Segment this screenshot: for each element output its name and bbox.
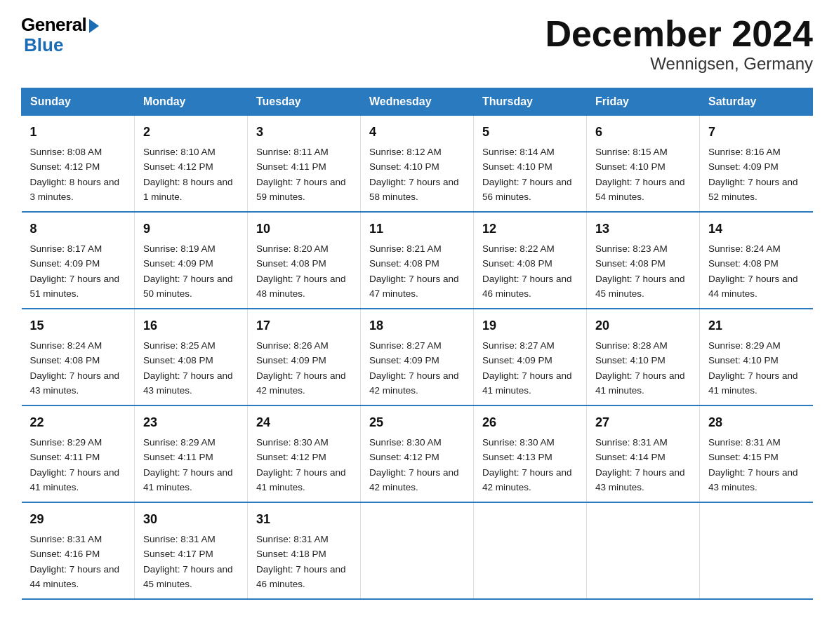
header-friday: Friday bbox=[587, 88, 700, 116]
day-number: 22 bbox=[30, 413, 126, 432]
day-number: 21 bbox=[708, 316, 805, 335]
day-number: 18 bbox=[369, 316, 465, 335]
day-number: 25 bbox=[369, 413, 465, 432]
header-saturday: Saturday bbox=[700, 88, 813, 116]
day-info: Sunrise: 8:24 AMSunset: 4:08 PMDaylight:… bbox=[708, 243, 798, 299]
table-row bbox=[474, 502, 587, 599]
table-row: 2 Sunrise: 8:10 AMSunset: 4:12 PMDayligh… bbox=[135, 116, 248, 213]
calendar-title: December 2024 bbox=[545, 14, 813, 54]
day-number: 12 bbox=[482, 220, 578, 239]
day-number: 11 bbox=[369, 220, 465, 239]
day-info: Sunrise: 8:08 AMSunset: 4:12 PMDaylight:… bbox=[30, 147, 120, 202]
table-row: 1 Sunrise: 8:08 AMSunset: 4:12 PMDayligh… bbox=[22, 116, 135, 213]
day-number: 6 bbox=[595, 123, 691, 142]
day-number: 14 bbox=[708, 220, 805, 239]
day-number: 29 bbox=[30, 510, 126, 529]
day-info: Sunrise: 8:20 AMSunset: 4:08 PMDaylight:… bbox=[256, 243, 346, 299]
table-row bbox=[361, 502, 474, 599]
day-number: 23 bbox=[143, 413, 239, 432]
day-number: 17 bbox=[256, 316, 352, 335]
page-header: General Blue December 2024 Wennigsen, Ge… bbox=[21, 14, 813, 74]
day-number: 19 bbox=[482, 316, 578, 335]
day-number: 5 bbox=[482, 123, 578, 142]
day-info: Sunrise: 8:27 AMSunset: 4:09 PMDaylight:… bbox=[482, 340, 572, 396]
table-row: 29 Sunrise: 8:31 AMSunset: 4:16 PMDaylig… bbox=[22, 502, 135, 599]
logo-blue-text: Blue bbox=[21, 34, 63, 56]
calendar-week-row: 8 Sunrise: 8:17 AMSunset: 4:09 PMDayligh… bbox=[22, 212, 813, 309]
logo: General Blue bbox=[21, 14, 99, 56]
header-tuesday: Tuesday bbox=[248, 88, 361, 116]
day-info: Sunrise: 8:21 AMSunset: 4:08 PMDaylight:… bbox=[369, 243, 459, 299]
logo-arrow-icon bbox=[89, 19, 99, 33]
table-row: 13 Sunrise: 8:23 AMSunset: 4:08 PMDaylig… bbox=[587, 212, 700, 309]
table-row: 28 Sunrise: 8:31 AMSunset: 4:15 PMDaylig… bbox=[700, 405, 813, 502]
day-info: Sunrise: 8:15 AMSunset: 4:10 PMDaylight:… bbox=[595, 147, 685, 202]
day-info: Sunrise: 8:26 AMSunset: 4:09 PMDaylight:… bbox=[256, 340, 346, 396]
day-number: 1 bbox=[30, 123, 126, 142]
table-row: 8 Sunrise: 8:17 AMSunset: 4:09 PMDayligh… bbox=[22, 212, 135, 309]
day-number: 30 bbox=[143, 510, 239, 529]
table-row: 30 Sunrise: 8:31 AMSunset: 4:17 PMDaylig… bbox=[135, 502, 248, 599]
day-info: Sunrise: 8:12 AMSunset: 4:10 PMDaylight:… bbox=[369, 147, 459, 202]
day-info: Sunrise: 8:10 AMSunset: 4:12 PMDaylight:… bbox=[143, 147, 233, 202]
calendar-week-row: 22 Sunrise: 8:29 AMSunset: 4:11 PMDaylig… bbox=[22, 405, 813, 502]
day-number: 24 bbox=[256, 413, 352, 432]
table-row: 22 Sunrise: 8:29 AMSunset: 4:11 PMDaylig… bbox=[22, 405, 135, 502]
day-number: 7 bbox=[708, 123, 805, 142]
day-info: Sunrise: 8:25 AMSunset: 4:08 PMDaylight:… bbox=[143, 340, 233, 396]
day-info: Sunrise: 8:14 AMSunset: 4:10 PMDaylight:… bbox=[482, 147, 572, 202]
day-number: 2 bbox=[143, 123, 239, 142]
day-info: Sunrise: 8:30 AMSunset: 4:12 PMDaylight:… bbox=[256, 437, 346, 492]
table-row bbox=[700, 502, 813, 599]
table-row: 3 Sunrise: 8:11 AMSunset: 4:11 PMDayligh… bbox=[248, 116, 361, 213]
day-number: 10 bbox=[256, 220, 352, 239]
calendar-table: Sunday Monday Tuesday Wednesday Thursday… bbox=[21, 88, 813, 600]
day-number: 16 bbox=[143, 316, 239, 335]
table-row: 6 Sunrise: 8:15 AMSunset: 4:10 PMDayligh… bbox=[587, 116, 700, 213]
day-number: 4 bbox=[369, 123, 465, 142]
day-info: Sunrise: 8:27 AMSunset: 4:09 PMDaylight:… bbox=[369, 340, 459, 396]
day-info: Sunrise: 8:11 AMSunset: 4:11 PMDaylight:… bbox=[256, 147, 346, 202]
day-info: Sunrise: 8:29 AMSunset: 4:11 PMDaylight:… bbox=[30, 437, 120, 492]
table-row: 31 Sunrise: 8:31 AMSunset: 4:18 PMDaylig… bbox=[248, 502, 361, 599]
day-number: 31 bbox=[256, 510, 352, 529]
table-row: 26 Sunrise: 8:30 AMSunset: 4:13 PMDaylig… bbox=[474, 405, 587, 502]
table-row: 5 Sunrise: 8:14 AMSunset: 4:10 PMDayligh… bbox=[474, 116, 587, 213]
day-info: Sunrise: 8:29 AMSunset: 4:11 PMDaylight:… bbox=[143, 437, 233, 492]
day-info: Sunrise: 8:31 AMSunset: 4:15 PMDaylight:… bbox=[708, 437, 798, 492]
day-number: 13 bbox=[595, 220, 691, 239]
table-row: 11 Sunrise: 8:21 AMSunset: 4:08 PMDaylig… bbox=[361, 212, 474, 309]
table-row: 4 Sunrise: 8:12 AMSunset: 4:10 PMDayligh… bbox=[361, 116, 474, 213]
table-row: 9 Sunrise: 8:19 AMSunset: 4:09 PMDayligh… bbox=[135, 212, 248, 309]
table-row: 16 Sunrise: 8:25 AMSunset: 4:08 PMDaylig… bbox=[135, 309, 248, 405]
day-number: 15 bbox=[30, 316, 126, 335]
day-info: Sunrise: 8:29 AMSunset: 4:10 PMDaylight:… bbox=[708, 340, 798, 396]
table-row: 23 Sunrise: 8:29 AMSunset: 4:11 PMDaylig… bbox=[135, 405, 248, 502]
table-row: 25 Sunrise: 8:30 AMSunset: 4:12 PMDaylig… bbox=[361, 405, 474, 502]
day-info: Sunrise: 8:17 AMSunset: 4:09 PMDaylight:… bbox=[30, 243, 120, 299]
day-number: 26 bbox=[482, 413, 578, 432]
day-info: Sunrise: 8:16 AMSunset: 4:09 PMDaylight:… bbox=[708, 147, 798, 202]
table-row: 21 Sunrise: 8:29 AMSunset: 4:10 PMDaylig… bbox=[700, 309, 813, 405]
table-row bbox=[587, 502, 700, 599]
table-row: 24 Sunrise: 8:30 AMSunset: 4:12 PMDaylig… bbox=[248, 405, 361, 502]
table-row: 10 Sunrise: 8:20 AMSunset: 4:08 PMDaylig… bbox=[248, 212, 361, 309]
header-sunday: Sunday bbox=[22, 88, 135, 116]
logo-general-text: General bbox=[21, 14, 86, 36]
day-info: Sunrise: 8:31 AMSunset: 4:17 PMDaylight:… bbox=[143, 534, 233, 589]
table-row: 19 Sunrise: 8:27 AMSunset: 4:09 PMDaylig… bbox=[474, 309, 587, 405]
calendar-header-row: Sunday Monday Tuesday Wednesday Thursday… bbox=[22, 88, 813, 116]
table-row: 27 Sunrise: 8:31 AMSunset: 4:14 PMDaylig… bbox=[587, 405, 700, 502]
day-number: 9 bbox=[143, 220, 239, 239]
header-thursday: Thursday bbox=[474, 88, 587, 116]
day-info: Sunrise: 8:31 AMSunset: 4:16 PMDaylight:… bbox=[30, 534, 120, 589]
day-number: 28 bbox=[708, 413, 805, 432]
day-info: Sunrise: 8:28 AMSunset: 4:10 PMDaylight:… bbox=[595, 340, 685, 396]
day-info: Sunrise: 8:23 AMSunset: 4:08 PMDaylight:… bbox=[595, 243, 685, 299]
day-info: Sunrise: 8:22 AMSunset: 4:08 PMDaylight:… bbox=[482, 243, 572, 299]
day-info: Sunrise: 8:30 AMSunset: 4:13 PMDaylight:… bbox=[482, 437, 572, 492]
title-block: December 2024 Wennigsen, Germany bbox=[545, 14, 813, 74]
day-info: Sunrise: 8:31 AMSunset: 4:18 PMDaylight:… bbox=[256, 534, 346, 589]
table-row: 12 Sunrise: 8:22 AMSunset: 4:08 PMDaylig… bbox=[474, 212, 587, 309]
day-info: Sunrise: 8:30 AMSunset: 4:12 PMDaylight:… bbox=[369, 437, 459, 492]
